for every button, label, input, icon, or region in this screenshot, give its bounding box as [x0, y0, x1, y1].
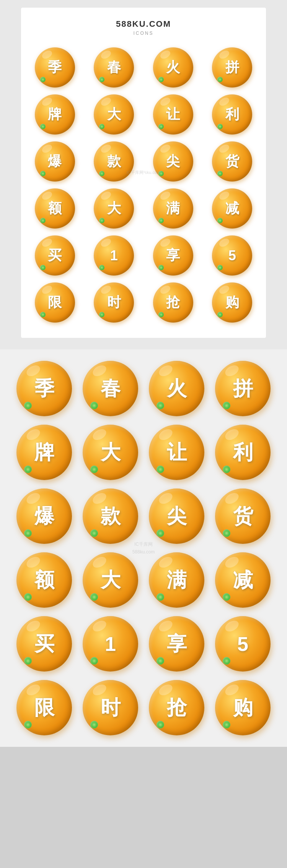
- small-icon-21: 时: [94, 282, 134, 323]
- icon-char-2: 火: [166, 58, 180, 77]
- large-icon-16: 买: [16, 616, 72, 672]
- icon-char-21: 时: [107, 293, 121, 312]
- small-icon-grid: 季春火拼牌大让利爆款尖货额大满减买1享5限时抢购: [29, 47, 258, 323]
- icon-char-17: 1: [110, 248, 118, 264]
- small-icon-20: 限: [35, 282, 75, 323]
- icon-char-15: 减: [225, 199, 239, 218]
- small-icon-0: 季: [35, 47, 75, 88]
- small-icon-9: 款: [94, 141, 134, 182]
- small-icon-18: 享: [153, 235, 193, 276]
- small-icon-5: 大: [94, 94, 134, 135]
- large-icon-2: 火: [149, 361, 204, 416]
- bottom-watermark-container: 季春火拼牌大让利爆款尖货额大满减买1享5限时抢购 IC千库网 588ku.com: [0, 361, 287, 735]
- large-icon-13: 大: [83, 552, 138, 608]
- large-icon-1: 春: [83, 361, 138, 416]
- small-icon-13: 大: [94, 188, 134, 229]
- icon-char-10: 尖: [166, 152, 180, 171]
- large-icon-char-4: 牌: [34, 439, 54, 466]
- large-icon-12: 额: [16, 552, 72, 608]
- icon-char-7: 利: [225, 105, 239, 124]
- small-icon-10: 尖: [153, 141, 193, 182]
- large-icon-char-8: 爆: [34, 503, 54, 530]
- large-icon-5: 大: [83, 425, 138, 480]
- large-icon-14: 满: [149, 552, 204, 608]
- large-icon-9: 款: [83, 488, 138, 544]
- large-icon-4: 牌: [16, 425, 72, 480]
- large-icon-char-23: 购: [233, 694, 253, 721]
- small-icon-2: 火: [153, 47, 193, 88]
- small-icon-15: 减: [212, 188, 252, 229]
- large-icon-10: 尖: [149, 488, 204, 544]
- large-icon-char-1: 春: [101, 375, 121, 402]
- small-icon-6: 让: [153, 94, 193, 135]
- large-icon-8: 爆: [16, 488, 72, 544]
- large-icon-7: 利: [215, 425, 271, 480]
- card-header: 588KU.COM ICONS: [29, 19, 258, 36]
- large-icon-char-21: 时: [101, 694, 121, 721]
- large-icon-char-6: 让: [167, 439, 187, 466]
- large-icon-char-14: 满: [167, 567, 187, 594]
- large-icon-18: 享: [149, 616, 204, 672]
- icon-char-1: 春: [107, 58, 121, 77]
- site-title: 588KU.COM: [29, 19, 258, 29]
- large-icon-char-0: 季: [34, 375, 54, 402]
- large-icon-11: 货: [215, 488, 271, 544]
- small-icon-11: 货: [212, 141, 252, 182]
- large-icon-char-5: 大: [101, 439, 121, 466]
- large-icon-char-16: 买: [34, 631, 54, 657]
- large-icon-char-15: 减: [233, 567, 253, 594]
- small-icon-23: 购: [212, 282, 252, 323]
- small-icon-7: 利: [212, 94, 252, 135]
- icon-char-23: 购: [225, 293, 239, 312]
- large-icon-19: 5: [215, 616, 271, 672]
- small-icon-17: 1: [94, 235, 134, 276]
- small-icon-1: 春: [94, 47, 134, 88]
- small-icon-8: 爆: [35, 141, 75, 182]
- large-icon-char-22: 抢: [167, 694, 187, 721]
- large-icon-grid: 季春火拼牌大让利爆款尖货额大满减买1享5限时抢购: [0, 361, 287, 735]
- icon-char-6: 让: [166, 105, 180, 124]
- icon-char-11: 货: [225, 152, 239, 171]
- icon-char-12: 额: [48, 199, 62, 218]
- small-icon-22: 抢: [153, 282, 193, 323]
- icon-char-0: 季: [48, 58, 62, 77]
- bottom-section: 季春火拼牌大让利爆款尖货额大满减买1享5限时抢购 IC千库网 588ku.com: [0, 349, 287, 747]
- large-icon-23: 购: [215, 680, 271, 735]
- site-subtitle: ICONS: [29, 31, 258, 36]
- large-icon-char-13: 大: [101, 567, 121, 594]
- small-icon-12: 额: [35, 188, 75, 229]
- icon-char-13: 大: [107, 199, 121, 218]
- large-icon-3: 拼: [215, 361, 271, 416]
- icon-card: 588KU.COM ICONS 季春火拼牌大让利爆款尖货额大满减买1享5限时抢购: [21, 8, 266, 338]
- large-icon-char-3: 拼: [233, 375, 253, 402]
- large-icon-22: 抢: [149, 680, 204, 735]
- large-icon-21: 时: [83, 680, 138, 735]
- large-icon-0: 季: [16, 361, 72, 416]
- large-icon-char-12: 额: [34, 567, 54, 594]
- large-icon-char-19: 5: [237, 633, 248, 655]
- icon-char-18: 享: [166, 246, 180, 265]
- small-icon-19: 5: [212, 235, 252, 276]
- icon-char-9: 款: [107, 152, 121, 171]
- large-icon-char-10: 尖: [167, 503, 187, 530]
- large-icon-char-11: 货: [233, 503, 253, 530]
- large-icon-17: 1: [83, 616, 138, 672]
- large-icon-char-17: 1: [105, 633, 116, 655]
- icon-char-8: 爆: [48, 152, 62, 171]
- small-icon-16: 买: [35, 235, 75, 276]
- large-icon-20: 限: [16, 680, 72, 735]
- small-icon-14: 满: [153, 188, 193, 229]
- icon-char-3: 拼: [225, 58, 239, 77]
- large-icon-15: 减: [215, 552, 271, 608]
- icon-char-16: 买: [48, 246, 62, 265]
- large-icon-char-9: 款: [101, 503, 121, 530]
- large-icon-char-7: 利: [233, 439, 253, 466]
- large-icon-6: 让: [149, 425, 204, 480]
- icon-char-4: 牌: [48, 105, 62, 124]
- icon-char-5: 大: [107, 105, 121, 124]
- small-icon-3: 拼: [212, 47, 252, 88]
- top-section: 588KU.COM ICONS 季春火拼牌大让利爆款尖货额大满减买1享5限时抢购: [0, 0, 287, 349]
- large-icon-char-18: 享: [167, 631, 187, 657]
- large-icon-char-20: 限: [34, 694, 54, 721]
- icon-char-14: 满: [166, 199, 180, 218]
